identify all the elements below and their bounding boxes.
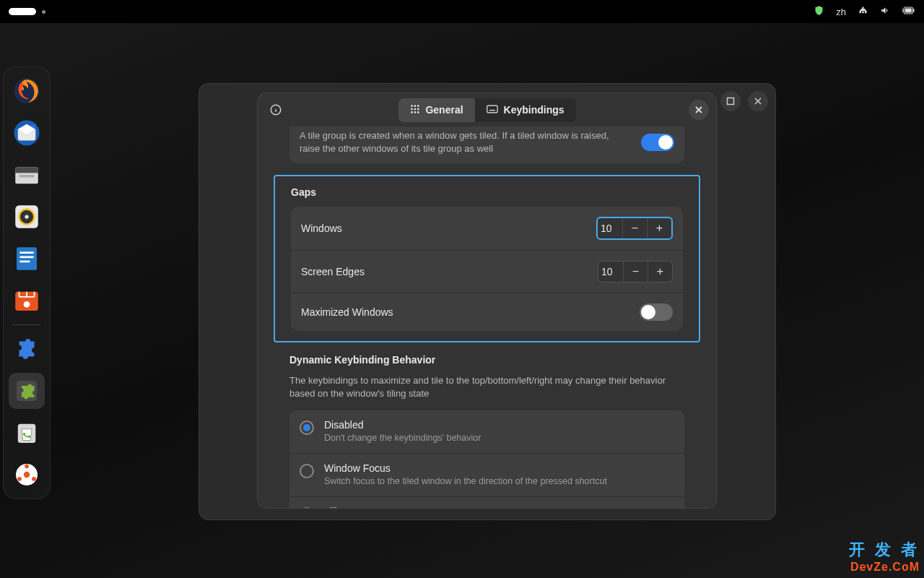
radio-disabled[interactable] [300, 420, 314, 435]
dynamic-radio-group: Disabled Don't change the keybindings' b… [289, 410, 684, 508]
watermark-line2: DevZe.CoM [849, 561, 920, 574]
gaps-screen-edges-input[interactable] [598, 262, 623, 282]
svg-rect-10 [19, 175, 35, 178]
tab-general[interactable]: General [398, 98, 474, 122]
settings-modal: General Keybindings A tile group is crea… [257, 92, 717, 509]
dock-writer[interactable] [9, 241, 45, 277]
activities-pill [9, 8, 36, 15]
maximize-button[interactable] [720, 91, 741, 111]
svg-point-13 [25, 215, 28, 218]
radio-window-focus-desc: Switch focus to the tiled window in the … [324, 475, 607, 488]
gaps-screen-edges-row: Screen Edges − + [291, 251, 683, 293]
svg-point-34 [411, 108, 413, 110]
gaps-windows-label: Windows [301, 223, 342, 234]
svg-point-36 [417, 108, 419, 110]
svg-point-2 [862, 7, 864, 9]
radio-window-focus-row[interactable]: Window Focus Switch focus to the tiled w… [289, 454, 684, 497]
svg-rect-29 [728, 98, 734, 105]
gaps-windows-row: Windows − + [291, 207, 683, 251]
radio-tiling-state-row[interactable]: Tiling State Adapt the tiling state to t… [289, 497, 684, 508]
svg-rect-40 [487, 105, 497, 113]
svg-point-0 [860, 11, 862, 13]
radio-disabled-title: Disabled [324, 419, 481, 431]
radio-disabled-row[interactable]: Disabled Don't change the keybindings' b… [289, 410, 684, 454]
svg-point-32 [414, 105, 416, 107]
volume-icon[interactable] [880, 5, 891, 18]
dock-extensions[interactable] [9, 373, 45, 409]
svg-point-25 [24, 472, 30, 478]
network-icon[interactable] [858, 5, 868, 18]
svg-point-1 [865, 11, 867, 13]
keyboard-icon [487, 104, 498, 116]
raise-together-toggle[interactable] [641, 134, 674, 151]
svg-rect-5 [913, 9, 915, 12]
gaps-screen-edges-plus[interactable]: + [648, 262, 672, 282]
svg-rect-15 [19, 251, 33, 254]
dock-trash[interactable] [9, 415, 45, 451]
gaps-windows-stepper: − + [596, 217, 673, 240]
dock-show-apps[interactable] [9, 457, 45, 493]
info-button[interactable] [265, 99, 287, 121]
close-button[interactable] [748, 91, 768, 111]
dock-separator [12, 324, 41, 325]
dynamic-title: Dynamic Keybinding Behavior [289, 354, 684, 366]
raise-together-row: A tile group is created when a window ge… [289, 126, 684, 163]
svg-point-35 [414, 108, 416, 110]
gaps-maximized-toggle[interactable] [640, 303, 673, 321]
radio-tiling-state[interactable] [300, 507, 314, 508]
watermark-line1: 开 发 者 [849, 539, 920, 561]
radio-tiling-state-title: Tiling State [324, 506, 642, 508]
tab-general-label: General [425, 104, 463, 116]
gaps-maximized-row: Maximized Windows [291, 293, 683, 331]
grid-icon [409, 104, 419, 116]
modal-content: A tile group is created when a window ge… [258, 126, 716, 508]
svg-point-37 [411, 111, 413, 113]
gaps-windows-plus[interactable]: + [647, 218, 671, 238]
radio-window-focus-title: Window Focus [324, 462, 607, 474]
dock-software[interactable] [9, 282, 45, 319]
keyboard-lang[interactable]: zh [836, 7, 846, 17]
modal-close-button[interactable] [689, 100, 709, 120]
svg-rect-17 [19, 261, 30, 263]
gaps-screen-edges-label: Screen Edges [301, 266, 365, 277]
svg-point-39 [417, 111, 419, 113]
battery-icon[interactable] [902, 5, 915, 18]
dock-files[interactable] [9, 157, 45, 193]
svg-point-19 [24, 301, 30, 308]
svg-point-31 [411, 105, 413, 107]
shield-icon[interactable] [814, 5, 824, 18]
gaps-screen-edges-minus[interactable]: − [623, 262, 648, 282]
svg-point-27 [17, 477, 22, 481]
svg-rect-4 [905, 9, 912, 13]
svg-rect-16 [19, 256, 33, 259]
raise-together-desc: A tile group is created when a window ge… [300, 129, 631, 155]
activities-area[interactable] [9, 8, 45, 15]
dock-firefox[interactable] [9, 73, 45, 109]
gaps-title: Gaps [291, 186, 683, 198]
dock-puzzle-blue[interactable] [9, 331, 45, 367]
tab-switcher: General Keybindings [397, 98, 576, 123]
workspace-dot [42, 10, 45, 14]
svg-point-38 [414, 111, 416, 113]
gaps-section-highlight: Gaps Windows − + Screen Edges − + [274, 175, 700, 342]
gaps-windows-minus[interactable]: − [622, 218, 647, 238]
radio-disabled-desc: Don't change the keybindings' behavior [324, 432, 481, 444]
dock-thunderbird[interactable] [9, 115, 45, 151]
dynamic-subtitle: The keybindings to maximize and tile to … [289, 374, 684, 400]
tab-keybindings[interactable]: Keybindings [475, 98, 576, 122]
svg-point-26 [25, 464, 29, 468]
gaps-screen-edges-stepper: − + [598, 261, 673, 282]
svg-rect-9 [15, 168, 38, 173]
svg-rect-14 [17, 247, 37, 270]
modal-header: General Keybindings [258, 93, 716, 126]
watermark: 开 发 者 DevZe.CoM [849, 539, 920, 574]
tab-keybindings-label: Keybindings [504, 104, 565, 116]
dock [3, 66, 51, 499]
gaps-rows: Windows − + Screen Edges − + [291, 207, 683, 331]
svg-point-33 [417, 105, 419, 107]
top-bar: zh [0, 0, 924, 23]
gaps-windows-input[interactable] [598, 218, 622, 238]
radio-window-focus[interactable] [300, 464, 314, 478]
dock-rhythmbox[interactable] [9, 199, 45, 235]
gaps-maximized-label: Maximized Windows [301, 306, 393, 318]
